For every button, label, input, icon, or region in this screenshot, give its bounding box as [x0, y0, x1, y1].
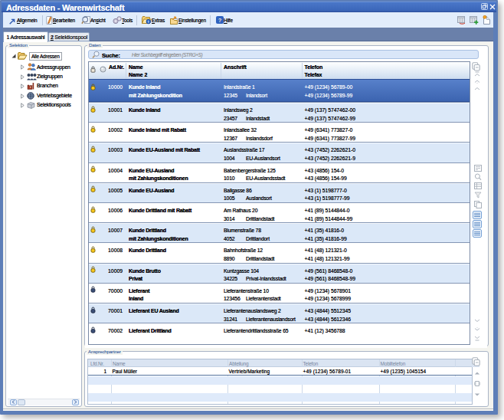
- svg-text:?: ?: [218, 17, 222, 24]
